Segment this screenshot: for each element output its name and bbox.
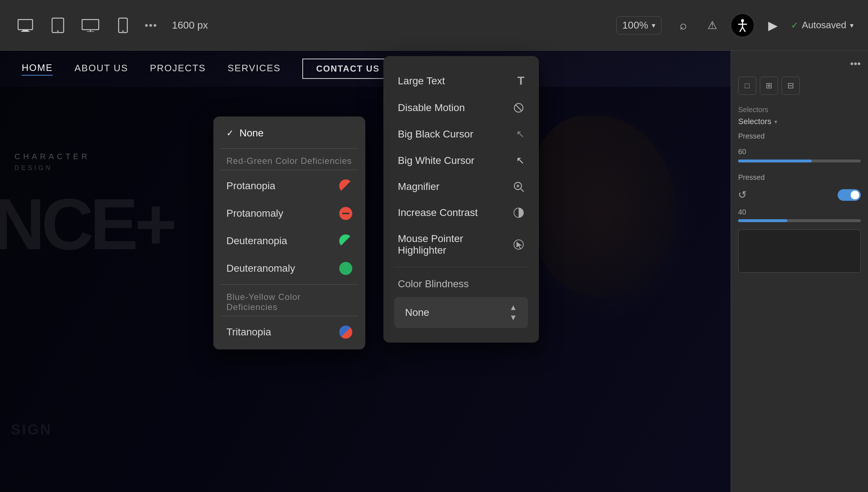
acc-icon-mouse-pointer-highlighter [513,239,524,250]
desktop-icon[interactable] [14,14,36,36]
bar-section-1: 60 [738,148,861,162]
acc-icon-large-text: T [517,74,524,88]
toolbar: ••• 1600 px 100% ▾ ⌕ ⚠ ▶ ✓ Autosaved ▾ [0,0,868,51]
cb-deuteranopia-label: Deuteranopia [226,235,287,247]
acc-item-disable-motion[interactable]: Disable Motion [387,95,535,121]
acc-icon-increase-contrast [513,207,524,219]
progress-bar-fill-40 [738,219,787,222]
acc-item-magnifier[interactable]: Magnifier [387,174,535,200]
svg-rect-1 [22,30,28,31]
cb-check-icon: ✓ [226,128,234,138]
cb-blue-yellow-header: Blue-Yellow Color Deficiencies [213,287,365,314]
monitor-icon[interactable] [80,14,101,36]
cb-option-tritanopia[interactable]: Tritanopia [213,318,365,346]
canvas-width-display: 1600 px [172,20,208,31]
svg-rect-2 [21,31,30,32]
cb-option-protanopia[interactable]: Protanopia [213,172,365,200]
svg-line-16 [516,105,522,111]
cb-option-deuteranopia[interactable]: Deuteranopia [213,227,365,255]
cb-deuteranomaly-label: Deuteranomaly [226,263,295,274]
progress-bar-fill-60 [738,160,812,162]
cb-none-label: None [239,127,264,139]
website-preview: HOME ABOUT US PROJECTS SERVICES CONTACT … [0,51,731,492]
nav-about[interactable]: ABOUT US [75,63,128,75]
svg-line-18 [521,189,524,192]
svg-line-14 [743,27,745,31]
accessibility-button[interactable] [730,13,755,38]
cb-option-none[interactable]: ✓ None [213,120,365,146]
autosaved-status[interactable]: ✓ Autosaved ▾ [791,20,854,31]
acc-icon-disable-motion [513,102,524,114]
acc-item-large-text[interactable]: Large Text T [387,67,535,95]
selectors-section: Selectors Selectors ▾ [738,106,861,126]
undo-icon[interactable]: ↺ [738,189,746,201]
cb-protanopia-label: Protanopia [226,180,275,192]
acc-item-mouse-pointer-highlighter[interactable]: Mouse Pointer Highlighter [387,226,535,263]
cb-deuteranopia-icon [339,234,352,247]
acc-label-large-text: Large Text [398,75,445,87]
autosaved-chevron-icon: ▾ [850,21,854,30]
selectors-label: Selectors [738,106,861,114]
play-button[interactable]: ▶ [762,14,784,36]
canvas-area: HOME ABOUT US PROJECTS SERVICES CONTACT … [0,51,731,492]
cb-option-protanomaly[interactable]: Protanomaly [213,200,365,227]
mobile-icon[interactable] [112,14,134,36]
acc-label-disable-motion: Disable Motion [398,102,465,114]
svg-rect-5 [82,20,99,30]
toggle-switch[interactable] [838,189,861,201]
cb-tritanopia-label: Tritanopia [226,326,271,338]
cb-tritanopia-icon [339,326,352,339]
undo-redo-row: ↺ [738,189,861,201]
cb-protanomaly-label: Protanomaly [226,208,283,219]
acc-label-big-white-cursor: Big White Cursor [398,155,475,166]
autosaved-check-icon: ✓ [791,20,798,30]
panel-canvas-preview [738,229,861,273]
selectors-value: Selectors [738,117,771,126]
cb-sep-3 [221,284,358,285]
zoom-value: 100% [622,20,648,31]
nav-home[interactable]: HOME [22,62,53,76]
panel-square-icon[interactable]: □ [738,77,756,95]
svg-point-4 [57,30,59,32]
cb-protanopia-icon [339,179,352,192]
right-panel: ••• □ ⊞ ⊟ Selectors Selectors ▾ Pressed … [731,51,868,492]
search-icon[interactable]: ⌕ [672,14,694,36]
acc-icon-big-white-cursor: ↖ [516,154,524,166]
cb-sep-1 [221,148,358,149]
nav-projects[interactable]: PROJECTS [150,63,206,75]
selectors-chevron-icon: ▾ [774,118,777,125]
panel-layout-icon[interactable]: ⊞ [760,77,778,95]
cb-deuteranomaly-icon [339,262,352,275]
acc-color-blindness-value: None [405,307,429,318]
svg-point-9 [122,30,124,32]
cb-option-deuteranomaly[interactable]: Deuteranomaly [213,255,365,282]
nav-contact[interactable]: CONTACT US [302,59,393,79]
panel-icon-row: □ ⊞ ⊟ [738,77,861,95]
zoom-chevron-icon: ▾ [652,21,655,30]
acc-separator [394,267,528,267]
svg-rect-0 [18,20,33,30]
site-nav: HOME ABOUT US PROJECTS SERVICES CONTACT … [0,51,731,87]
acc-icon-magnifier [513,181,524,192]
more-options-icon[interactable]: ••• [145,20,157,31]
nav-services[interactable]: SERVICES [227,63,281,75]
zoom-control[interactable]: 100% ▾ [616,16,662,34]
cb-sep-4 [221,316,358,316]
accessibility-panel: Large Text T Disable Motion Big Black Cu… [383,56,539,343]
acc-item-big-white-cursor[interactable]: Big White Cursor ↖ [387,147,535,174]
pressed-2-text: Pressed [738,173,861,182]
warning-icon[interactable]: ⚠ [701,14,723,36]
acc-item-big-black-cursor[interactable]: Big Black Cursor ↖ [387,121,535,147]
selectors-dropdown[interactable]: Selectors ▾ [738,117,861,126]
acc-label-magnifier: Magnifier [398,181,439,192]
bar-60-label: 60 [738,148,861,156]
toolbar-right: ⌕ ⚠ ▶ ✓ Autosaved ▾ [672,13,854,38]
panel-columns-icon[interactable]: ⊟ [782,77,800,95]
progress-bar-60 [738,160,861,162]
acc-item-increase-contrast[interactable]: Increase Contrast [387,200,535,226]
acc-icon-big-black-cursor: ↖ [516,128,524,140]
svg-line-13 [740,27,743,31]
acc-color-blindness-select[interactable]: None ▲ ▼ [394,297,528,328]
tablet-icon[interactable] [47,14,69,36]
panel-more-options-icon[interactable]: ••• [850,58,861,69]
